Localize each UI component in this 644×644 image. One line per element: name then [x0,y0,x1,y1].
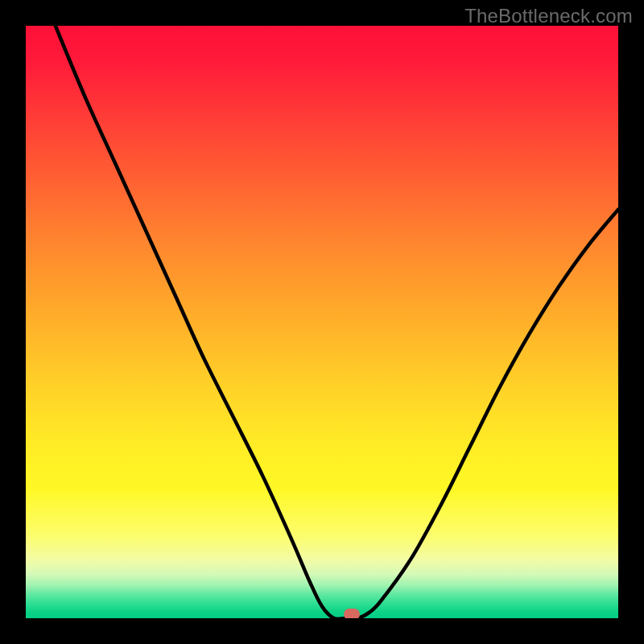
bottleneck-curve [26,26,618,618]
plot-area [26,26,618,618]
watermark-text: TheBottleneck.com [464,5,633,27]
chart-frame: TheBottleneck.com [0,0,644,644]
minimum-marker [344,609,360,618]
